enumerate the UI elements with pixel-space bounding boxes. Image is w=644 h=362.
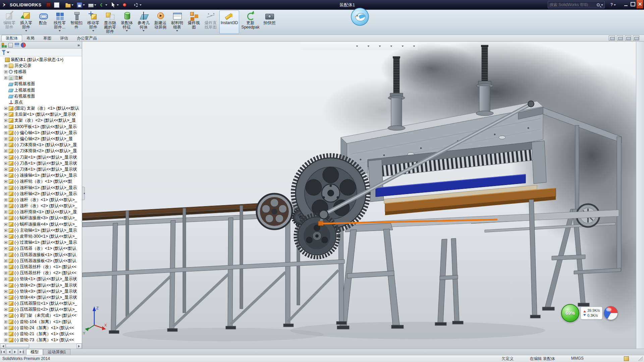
feature-tree-item[interactable]: 上视基准面	[0, 87, 82, 93]
feature-tree-item[interactable]: (-) 偏心轴<1> (默认<<默认>_显示	[0, 130, 82, 136]
document-window-icon[interactable]	[617, 36, 623, 41]
expand-toggle-icon[interactable]	[4, 320, 7, 323]
hud-button[interactable]	[383, 43, 392, 49]
dropdown-caret-icon[interactable]	[140, 4, 142, 7]
expand-toggle-icon[interactable]	[4, 259, 7, 262]
expand-toggle-icon[interactable]	[4, 180, 7, 183]
expand-toggle-icon[interactable]	[4, 296, 7, 299]
expand-toggle-icon[interactable]	[4, 186, 7, 189]
feature-tree-item[interactable]: (-) 偏心轴<2> (默认<<默认>_显	[0, 136, 82, 142]
ribbon-caret-icon[interactable]	[25, 30, 27, 33]
expand-toggle-icon[interactable]	[4, 290, 7, 293]
hud-button[interactable]	[337, 43, 347, 49]
assistant-ball-icon[interactable]	[604, 306, 618, 320]
quick-tool-button[interactable]	[121, 1, 131, 9]
expand-toggle-icon[interactable]	[4, 229, 7, 232]
command-tab[interactable]: 布局	[22, 35, 39, 41]
expand-toggle-icon[interactable]	[4, 217, 7, 220]
ribbon-button[interactable]: 编辑零部件	[1, 10, 17, 34]
expand-toggle-icon[interactable]	[4, 137, 7, 140]
expand-toggle-icon[interactable]	[4, 235, 7, 238]
feature-tree-item[interactable]: (-) 刀体<1> (默认<<默认>_显示状	[0, 166, 82, 172]
expand-toggle-icon[interactable]	[4, 113, 7, 116]
tree-horizontal-scrollbar[interactable]	[0, 343, 82, 349]
feature-tree-item[interactable]: 支架（改）<2> (默认<<默认>_显	[0, 118, 82, 124]
resize-grip[interactable]	[638, 356, 643, 361]
feature-tree-item[interactable]: 装配体1 (默认<显示状态-1>)	[0, 57, 82, 63]
expand-toggle-icon[interactable]	[4, 125, 7, 128]
expand-toggle-icon[interactable]	[4, 192, 7, 195]
quick-tool-button[interactable]	[64, 1, 75, 9]
document-window-icon[interactable]	[625, 36, 631, 41]
feature-tree-item[interactable]: (-) 齿轮-24（加离）<1> (默认<<	[0, 325, 82, 331]
quick-tool-button[interactable]	[132, 1, 143, 9]
display-manager-tab-icon[interactable]	[20, 42, 26, 48]
feature-tree-item[interactable]: (-) 连杆滑块<1> (默认<<默认>_显	[0, 209, 82, 215]
ribbon-caret-icon[interactable]	[126, 30, 128, 33]
feature-tree-item[interactable]: (-) 蜗杆连接座<4> (默认<<默认>_	[0, 221, 82, 227]
scroll-left-button[interactable]	[0, 344, 5, 349]
hud-button[interactable]	[348, 43, 358, 49]
maximize-button[interactable]	[630, 0, 636, 8]
expand-toggle-icon[interactable]	[4, 308, 7, 311]
quick-tool-button[interactable]	[75, 1, 86, 9]
expand-toggle-icon[interactable]	[4, 210, 7, 214]
addin-icon[interactable]	[46, 3, 51, 7]
feature-tree-item[interactable]: (-) 连杆（改）<1> (默认<<默认>_	[0, 197, 82, 203]
ribbon-button[interactable]: 插入零部件	[18, 10, 34, 34]
ribbon-caret-icon[interactable]	[59, 30, 61, 33]
expand-toggle-icon[interactable]	[4, 253, 7, 256]
ribbon-button[interactable]: 装配体特征	[119, 10, 135, 34]
tree-filter-row[interactable]	[0, 49, 82, 56]
feature-tree-item[interactable]: (-) 连杆轴<2> (默认<<默认>_显示	[0, 191, 82, 197]
dropdown-caret-icon[interactable]	[105, 4, 107, 7]
previous-tab-button[interactable]	[6, 349, 12, 355]
network-speed-overlay[interactable]: 69% 39.9K/s 0.3K/s	[561, 304, 618, 322]
feature-tree-item[interactable]: (-) 压纸器（改）<1> (默认<<默认	[0, 246, 82, 252]
close-button[interactable]	[637, 0, 643, 8]
feature-tree-item[interactable]: (-) 齿轮-104（加离）<1> (默认	[0, 319, 82, 325]
property-manager-tab-icon[interactable]	[7, 42, 13, 48]
hud-button[interactable]	[303, 43, 313, 49]
expand-toggle-icon[interactable]	[4, 143, 7, 146]
filter-funnel-icon[interactable]	[2, 50, 6, 55]
expand-toggle-icon[interactable]	[4, 272, 7, 275]
feature-tree-item[interactable]: (-) 主动轴<1> (默认<<默认>_显示	[0, 227, 82, 233]
command-tab[interactable]: 办公室产品	[72, 35, 101, 41]
hud-caret-icon[interactable]	[367, 46, 369, 48]
feature-tree-item[interactable]: (-) 垫块<2> (默认<<默认>_显示状	[0, 282, 82, 288]
progress-ball[interactable]: 69%	[561, 304, 579, 322]
ribbon-button[interactable]: 材料明细表	[169, 10, 185, 34]
ribbon-caret-icon[interactable]	[143, 30, 145, 33]
feature-tree-item[interactable]: (-) 蜗杆连接座<3> (默认<<默认>_	[0, 215, 82, 221]
expand-toggle-icon[interactable]	[4, 284, 7, 287]
hud-button[interactable]	[326, 43, 335, 49]
feature-tree-item[interactable]: (-) 压纸器连接板<2> (默认<<默认	[0, 258, 82, 264]
expand-toggle-icon[interactable]	[4, 198, 7, 201]
hud-button[interactable]	[371, 43, 381, 49]
expand-toggle-icon[interactable]	[4, 302, 7, 305]
ribbon-button[interactable]: 智能扣件	[68, 10, 85, 34]
expand-toggle-icon[interactable]	[4, 247, 7, 250]
graphics-area[interactable]: Z X Y	[82, 42, 636, 349]
hud-caret-icon[interactable]	[356, 46, 358, 48]
dropdown-caret-icon[interactable]	[71, 4, 73, 7]
feature-tree-item[interactable]: 原点	[0, 99, 82, 105]
expand-toggle-icon[interactable]	[4, 204, 7, 207]
quick-tool-button[interactable]	[53, 1, 63, 9]
quick-tool-button[interactable]	[87, 1, 98, 9]
feature-tree-item[interactable]: (固定) 支架（改）<1> (默认<<默认	[0, 106, 82, 112]
next-tab-button[interactable]	[12, 349, 18, 355]
feature-tree-item[interactable]: (-) 垫块<4> (默认<<默认>_显示状	[0, 294, 82, 300]
expand-toggle-icon[interactable]	[4, 107, 7, 110]
feature-tree-item[interactable]: 1300平板<1> (默认<<默认>_显示	[0, 124, 82, 130]
search-icon[interactable]	[597, 3, 600, 6]
ribbon-caret-icon[interactable]	[92, 30, 94, 33]
expand-toggle-icon[interactable]	[4, 119, 7, 122]
expand-toggle-icon[interactable]	[4, 339, 7, 342]
command-tab[interactable]: 草图	[39, 35, 56, 41]
help-search-box[interactable]	[548, 1, 605, 8]
ribbon-button[interactable]: 参考几何体	[136, 10, 152, 34]
feature-tree-item[interactable]: (-) 齿轮-73（加离）<1> (默认<<	[0, 337, 82, 343]
feature-tree-item[interactable]: (-) 刀架<1> (默认<<默认>_显示状	[0, 154, 82, 160]
